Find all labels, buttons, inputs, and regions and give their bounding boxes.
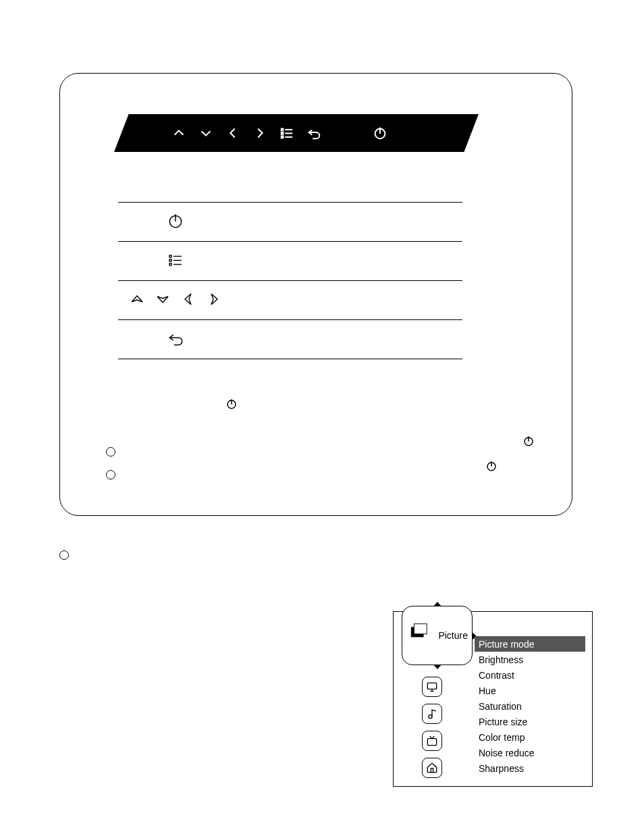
chevron-up-icon (433, 602, 441, 606)
osd-item[interactable]: Picture size (475, 714, 585, 729)
power-icon (485, 460, 498, 474)
button-description-table (118, 202, 462, 359)
right-icon[interactable] (252, 126, 267, 140)
power-icon (522, 435, 535, 449)
osd-item-list: Picture mode Brightness Contrast Hue Sat… (475, 636, 585, 776)
menu-icon (167, 252, 184, 270)
osd-category-icons (422, 677, 442, 778)
tv-panel-diagram (59, 73, 572, 516)
note-list (79, 440, 124, 486)
tv-icon[interactable] (422, 731, 442, 751)
picture-icon (408, 621, 431, 644)
osd-item[interactable]: Noise reduce (475, 745, 585, 760)
control-bar (114, 114, 479, 152)
power-icon (225, 398, 238, 412)
osd-preview: Picture Picture mode Brightness Contrast… (393, 611, 593, 787)
power-icon[interactable] (373, 126, 387, 140)
down-icon[interactable] (198, 126, 213, 140)
bullet-marker (59, 550, 69, 560)
menu-icon[interactable] (279, 126, 294, 140)
right-icon (206, 291, 222, 309)
pc-icon[interactable] (422, 677, 442, 697)
row-power (118, 203, 462, 242)
osd-item[interactable]: Picture mode (475, 636, 585, 652)
note-item (106, 463, 124, 486)
chevron-down-icon (433, 665, 441, 669)
osd-category-tab[interactable]: Picture (402, 606, 473, 665)
row-back (118, 320, 462, 359)
osd-category-label: Picture (438, 630, 468, 641)
note-item (106, 440, 124, 463)
osd-item[interactable]: Saturation (475, 698, 585, 714)
left-icon[interactable] (225, 126, 240, 140)
osd-item[interactable]: Hue (475, 683, 585, 698)
up-icon (129, 291, 145, 309)
row-menu (118, 242, 462, 281)
power-icon (167, 212, 184, 232)
music-icon[interactable] (422, 704, 442, 724)
up-icon[interactable] (171, 126, 186, 140)
osd-item[interactable]: Sharpness (475, 760, 585, 776)
row-navigation (118, 281, 462, 320)
left-icon (180, 291, 196, 309)
osd-item[interactable]: Color temp (475, 729, 585, 745)
down-icon (155, 291, 171, 309)
osd-item[interactable]: Brightness (475, 652, 585, 667)
control-bar-icons (114, 114, 479, 152)
back-icon (167, 330, 184, 349)
osd-item[interactable]: Contrast (475, 667, 585, 683)
home-icon[interactable] (422, 758, 442, 778)
back-icon[interactable] (306, 126, 321, 140)
